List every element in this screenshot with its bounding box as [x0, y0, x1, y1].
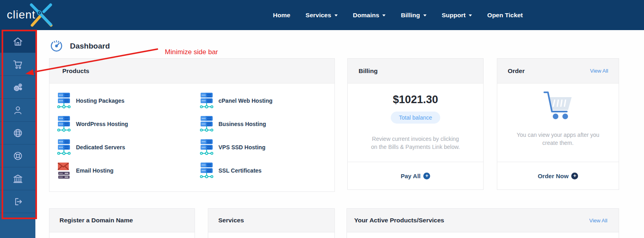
main-nav: Home Services Domains Billing Support Op… — [265, 0, 531, 30]
services-card: Services — [208, 208, 335, 238]
sidebar-item-support[interactable] — [0, 144, 35, 167]
active-products-view-all-link[interactable]: View All — [589, 218, 607, 224]
server-icon — [57, 138, 71, 156]
pay-all-button[interactable]: Pay All + — [348, 162, 483, 189]
register-domain-card: Register a Domain Name — [49, 208, 195, 238]
server-icon — [200, 138, 213, 156]
product-item-cpanel-web-hosting[interactable]: cPanel Web Hosting — [192, 89, 335, 112]
product-item-ssl-certificates[interactable]: SSL Certificates — [192, 159, 335, 182]
shopping-cart-icon — [12, 59, 23, 70]
email-server-icon — [57, 162, 71, 179]
caret-down-icon — [469, 14, 472, 16]
active-products-card: Your Active Products/Services View All — [347, 208, 619, 238]
product-item-business-hosting[interactable]: Business Hosting — [192, 112, 335, 136]
billing-description: Review current invoices by clicking on t… — [348, 135, 483, 151]
nav-item-open-ticket[interactable]: Open Ticket — [480, 12, 530, 19]
home-icon — [12, 36, 23, 47]
sidebar-item-services[interactable] — [0, 76, 35, 99]
register-domain-title: Register a Domain Name — [59, 217, 133, 224]
clientx-dashboard-page: client Home Services Domains Billing Sup… — [0, 0, 644, 238]
sidebar-item-clients[interactable] — [0, 99, 35, 122]
product-item-dedicated-servers[interactable]: Dedicated Servers — [49, 136, 192, 159]
products-grid: Hosting Packages cPanel Web Hosting Word… — [49, 83, 334, 182]
page-title: Dashboard — [70, 42, 110, 51]
order-now-button[interactable]: Order Now + — [497, 162, 619, 189]
sidebar-item-cart[interactable] — [0, 53, 35, 76]
nav-item-billing[interactable]: Billing — [393, 12, 434, 19]
order-card-header: Order View All — [497, 59, 619, 83]
caret-down-icon — [334, 14, 338, 16]
nav-item-domains[interactable]: Domains — [345, 12, 393, 19]
top-navbar: client Home Services Domains Billing Sup… — [0, 0, 644, 30]
total-balance-badge: Total balance — [391, 112, 440, 124]
services-card-header: Services — [208, 209, 334, 232]
life-ring-icon — [12, 151, 23, 161]
gears-icon — [12, 82, 23, 93]
server-icon — [200, 162, 213, 179]
speedometer-icon — [50, 39, 63, 53]
brand-name: client — [7, 8, 35, 21]
sidebar-item-billing[interactable] — [0, 167, 35, 190]
nav-item-home[interactable]: Home — [265, 12, 298, 19]
billing-card: Billing $1021.30 Total balance Review cu… — [347, 58, 484, 190]
server-icon — [200, 92, 213, 110]
billing-total-amount: $1021.30 — [348, 94, 483, 106]
left-sidebar — [0, 30, 35, 238]
product-item-vps-ssd-hosting[interactable]: VPS SSD Hosting — [192, 136, 335, 159]
billing-card-header: Billing — [348, 59, 483, 83]
caret-down-icon — [423, 14, 427, 16]
sidebar-item-home[interactable] — [0, 30, 35, 53]
brand-logo[interactable]: client — [6, 0, 62, 30]
order-empty-text: You can view your apps after you create … — [497, 131, 619, 147]
plus-icon: + — [571, 173, 578, 179]
globe-icon — [12, 128, 23, 138]
register-domain-card-header: Register a Domain Name — [49, 209, 195, 232]
nav-item-services[interactable]: Services — [298, 12, 345, 19]
annotation-label: Minimize side bar — [165, 48, 218, 56]
plus-icon: + — [423, 173, 430, 179]
active-products-title: Your Active Products/Services — [354, 217, 444, 224]
caret-down-icon — [382, 14, 386, 16]
server-icon — [57, 92, 71, 110]
products-card-header: Products — [49, 59, 334, 83]
sidebar-item-domains[interactable] — [0, 122, 35, 144]
sidebar-item-logout[interactable] — [0, 190, 35, 213]
product-item-hosting-packages[interactable]: Hosting Packages — [49, 89, 192, 112]
billing-title: Billing — [359, 67, 377, 75]
empty-cart-illustration — [497, 90, 619, 122]
product-item-wordpress-hosting[interactable]: WordPress Hosting — [49, 112, 192, 136]
server-icon — [57, 115, 71, 133]
products-card: Products Hosting Packages cPanel Web Hos… — [49, 58, 335, 192]
nav-item-support[interactable]: Support — [434, 12, 480, 19]
products-title: Products — [62, 67, 89, 75]
order-view-all-link[interactable]: View All — [590, 68, 608, 74]
shopping-cart-illustration-icon — [539, 90, 576, 120]
logout-icon — [12, 196, 23, 207]
page-header: Dashboard — [50, 39, 110, 53]
order-title: Order — [508, 67, 525, 75]
active-products-card-header: Your Active Products/Services View All — [347, 209, 619, 232]
product-item-email-hosting[interactable]: Email Hosting — [49, 159, 192, 182]
order-card: Order View All You can view your apps af… — [497, 58, 619, 190]
services-title: Services — [218, 217, 244, 224]
person-icon — [12, 105, 23, 116]
server-icon — [200, 115, 213, 133]
bank-icon — [12, 173, 23, 184]
